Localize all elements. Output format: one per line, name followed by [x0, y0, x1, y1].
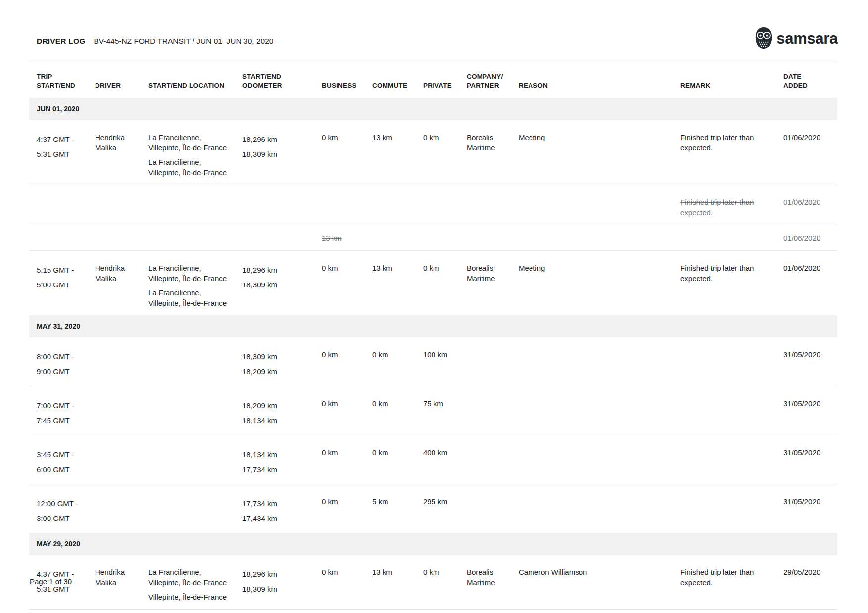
table-row: 4:37 GMT -5:31 GMTHendrika MalikaLa Fran… [29, 120, 837, 185]
section-date: MAY 29, 2020 [29, 533, 837, 555]
cell-trip: 7:00 GMT -7:45 GMT [29, 386, 95, 435]
cell-private: 0 km [423, 120, 467, 185]
cell-business: 0 km [322, 484, 372, 533]
cell-odometer: 17,734 km17,434 km [242, 484, 322, 533]
table-row: 13 km01/06/2020 [29, 225, 837, 251]
cell-driver [95, 435, 148, 484]
cell-business [322, 185, 372, 225]
cell-private: 75 km [423, 386, 467, 435]
cell-driver: Hendrika Malika [95, 251, 148, 316]
cell-commute: 0 km [372, 386, 423, 435]
cell-business: 0 km [322, 435, 372, 484]
cell-location: La Francilienne, Villepinte, Île-de-Fran… [148, 251, 242, 316]
cell-trip: 3:45 GMT -6:00 GMT [29, 435, 95, 484]
cell-driver [95, 337, 148, 386]
cell-date_added: 01/06/2020 [783, 120, 837, 185]
cell-commute: 0 km [372, 435, 423, 484]
cell-location [148, 484, 242, 533]
cell-business: 0 km [322, 251, 372, 316]
cell-remark [680, 386, 783, 435]
cell-date_added: 01/06/2020 [783, 251, 837, 316]
cell-company [467, 337, 519, 386]
cell-reason [519, 386, 680, 435]
cell-business: 13 km [322, 225, 372, 251]
cell-commute: 13 km [372, 251, 423, 316]
cell-commute: 13 km [372, 120, 423, 185]
cell-business: 0 km [322, 337, 372, 386]
cell-date_added: 31/05/2020 [783, 435, 837, 484]
cell-reason [519, 337, 680, 386]
cell-driver [95, 386, 148, 435]
cell-remark [680, 435, 783, 484]
section-row: MAY 31, 2020 [29, 315, 837, 337]
cell-business: 0 km [322, 120, 372, 185]
cell-date_added: 31/05/2020 [783, 386, 837, 435]
cell-reason [519, 484, 680, 533]
cell-private: 0 km [423, 555, 467, 610]
column-header-commute: COMMUTE [372, 62, 423, 98]
report-subtitle: BV-445-NZ FORD TRANSIT / JUN 01–JUN 30, … [94, 37, 273, 45]
cell-commute: 5 km [372, 484, 423, 533]
cell-trip: 8:00 GMT -9:00 GMT [29, 337, 95, 386]
cell-remark: Finished trip later than expected. [680, 185, 783, 225]
column-header-location: START/END LOCATION [148, 62, 242, 98]
column-header-driver: DRIVER [95, 62, 148, 98]
cell-commute: 13 km [372, 555, 423, 610]
cell-date_added: 01/06/2020 [783, 185, 837, 225]
cell-company [467, 225, 519, 251]
driver-log-table: TRIPSTART/ENDDRIVERSTART/END LOCATIONSTA… [29, 62, 837, 610]
cell-odometer: 18,134 km17,734 km [242, 435, 322, 484]
table-row: 7:00 GMT -7:45 GMT18,209 km18,134 km0 km… [29, 386, 837, 435]
cell-remark [680, 225, 783, 251]
table-row: 5:15 GMT -5:00 GMTHendrika MalikaLa Fran… [29, 251, 837, 316]
cell-private: 400 km [423, 435, 467, 484]
cell-odometer: 18,296 km18,309 km [242, 120, 322, 185]
page-footer: Page 1 of 30 [30, 577, 72, 586]
cell-remark [680, 337, 783, 386]
cell-remark: Finished trip later than expected. [680, 120, 783, 185]
cell-company [467, 435, 519, 484]
cell-remark: Finished trip later than expected. [680, 251, 783, 316]
table-row: 12:00 GMT -3:00 GMT17,734 km17,434 km0 k… [29, 484, 837, 533]
cell-driver [95, 185, 148, 225]
cell-odometer [242, 185, 322, 225]
cell-driver [95, 225, 148, 251]
cell-company [467, 185, 519, 225]
cell-driver: Hendrika Malika [95, 555, 148, 610]
cell-reason [519, 435, 680, 484]
cell-private: 295 km [423, 484, 467, 533]
page-title: DRIVER LOG [37, 37, 85, 45]
cell-location: La Francilienne, Villepinte, Île-de-Fran… [148, 120, 242, 185]
table-row: 4:37 GMT -5:31 GMTHendrika MalikaLa Fran… [29, 555, 837, 610]
cell-reason [519, 225, 680, 251]
column-header-company: COMPANY/PARTNER [467, 62, 519, 98]
cell-commute: 0 km [372, 337, 423, 386]
cell-trip: 5:15 GMT -5:00 GMT [29, 251, 95, 316]
cell-date_added: 29/05/2020 [783, 555, 837, 610]
column-header-date_added: DATEADDED [783, 62, 837, 98]
column-header-private: PRIVATE [423, 62, 467, 98]
report-header: DRIVER LOGBV-445-NZ FORD TRANSIT / JUN 0… [37, 37, 273, 46]
column-header-remark: REMARK [680, 62, 783, 98]
column-header-reason: REASON [519, 62, 680, 98]
cell-location: La Francilienne, Villepinte, Île-de-Fran… [148, 555, 242, 610]
section-row: JUN 01, 2020 [29, 98, 837, 120]
cell-location [148, 225, 242, 251]
cell-business: 0 km [322, 386, 372, 435]
cell-odometer: 18,296 km18,309 km [242, 251, 322, 316]
cell-commute [372, 225, 423, 251]
cell-private: 0 km [423, 251, 467, 316]
table-row: 3:45 GMT -6:00 GMT18,134 km17,734 km0 km… [29, 435, 837, 484]
cell-company: Borealis Maritime [467, 251, 519, 316]
cell-date_added: 01/06/2020 [783, 225, 837, 251]
cell-reason: Cameron Williamson [519, 555, 680, 610]
cell-odometer: 18,309 km18,209 km [242, 337, 322, 386]
cell-private [423, 185, 467, 225]
cell-odometer: 18,209 km18,134 km [242, 386, 322, 435]
cell-trip [29, 225, 95, 251]
cell-odometer: 18,296 km18,309 km [242, 555, 322, 610]
section-date: MAY 31, 2020 [29, 315, 837, 337]
table-row: Finished trip later than expected.01/06/… [29, 185, 837, 225]
cell-driver: Hendrika Malika [95, 120, 148, 185]
cell-private [423, 225, 467, 251]
